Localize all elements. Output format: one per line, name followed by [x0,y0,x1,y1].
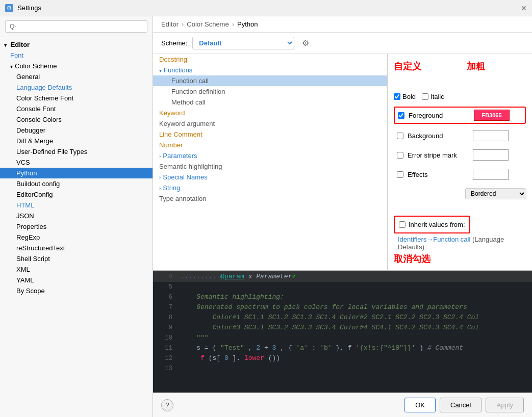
background-row: Background [394,128,526,143]
sidebar-item-console-colors[interactable]: Console Colors [0,114,153,125]
effects-label: Effects [408,171,469,178]
apply-button[interactable]: Apply [486,398,524,412]
scheme-select[interactable]: Default [192,37,294,49]
inherit-label: Inherit values from: [409,221,465,228]
inherit-link[interactable]: Identifiers→Function call [398,236,470,243]
inherit-checkbox[interactable] [399,221,406,228]
effects-dropdown[interactable]: Bordered [465,188,526,199]
annotation-bold-label: 加粗 [467,60,485,72]
effects-type-row: Bordered [394,186,526,201]
sidebar-item-debugger[interactable]: Debugger [0,125,153,136]
sidebar-item-console-font[interactable]: Console Font [0,103,153,114]
chevron-right-icon: › [159,153,161,159]
tree-item-string[interactable]: ›String [153,183,387,193]
close-icon[interactable]: ✕ [521,4,527,12]
sidebar-item-by-scope[interactable]: By Scope [0,285,153,296]
annotation-custom-label: 自定义 [394,60,421,72]
sidebar-item-font[interactable]: Font [0,50,153,61]
bold-label: Bold [402,93,416,100]
tree-item-function-definition[interactable]: Function definition [153,86,387,97]
foreground-swatch[interactable]: FB3065 [474,110,510,121]
help-button[interactable]: ? [161,399,173,411]
ok-button[interactable]: OK [404,398,436,412]
sidebar-item-yaml[interactable]: YAML [0,275,153,285]
scheme-label: Scheme: [161,39,187,47]
foreground-label: Foreground [409,112,470,119]
tree-panel: Docstring ▾Functions Function call Funct… [153,54,388,270]
sidebar-item-editorconfig[interactable]: EditorConfig [0,189,153,200]
breadcrumb-sep2: › [232,20,234,28]
sidebar-item-editor[interactable]: ▾ Editor [0,39,153,50]
italic-label: Italic [430,93,444,100]
effects-checkbox[interactable] [397,171,403,178]
chevron-down-icon: ▾ [10,64,13,69]
background-checkbox[interactable] [397,133,403,139]
right-panel: 加粗 自定义 Bold Italic F [388,54,532,270]
bold-checkbox-label[interactable]: Bold [394,93,416,100]
background-label: Background [408,132,469,140]
preview-line-6: 6 Semantic highlighting: [153,292,532,302]
preview-line-10: 10 """ [153,333,532,343]
scheme-bar: Scheme: Default ⚙ [153,33,532,54]
sidebar-item-json[interactable]: JSON [0,211,153,221]
preview-line-11: 11 s = ( "Test" , 2 + 3 , { 'a' : 'b' },… [153,343,532,353]
search-input[interactable] [5,20,147,33]
breadcrumb-color-scheme: Color Scheme [187,20,229,28]
sidebar-item-vcs[interactable]: VCS [0,157,153,168]
sidebar-item-general[interactable]: General [0,71,153,82]
tree-item-keyword-argument[interactable]: Keyword argument [153,118,387,129]
error-stripe-label: Error stripe mark [408,151,469,159]
background-swatch[interactable] [473,130,509,141]
effects-swatch[interactable] [473,169,509,180]
style-options-row: Bold Italic [394,81,526,100]
sidebar-item-color-scheme[interactable]: ▾Color Scheme [0,61,153,71]
sidebar-item-buildout[interactable]: Buildout config [0,178,153,189]
sidebar-item-restructured[interactable]: reStructuredText [0,243,153,253]
chevron-down-icon: ▾ [4,42,7,48]
tree-item-function-call[interactable]: Function call [153,75,387,86]
sidebar-item-python[interactable]: Python [0,168,153,178]
sidebar-item-xml[interactable]: XML [0,264,153,275]
bottom-bar: ? OK Cancel Apply [153,393,532,417]
error-stripe-swatch[interactable] [473,149,509,161]
tree-item-semantic[interactable]: Semantic highlighting [153,161,387,172]
preview-line-7: 7 Generated spectrum to pick colors for … [153,302,532,312]
cancel-button[interactable]: Cancel [440,398,482,412]
sidebar-item-properties[interactable]: Properties [0,221,153,232]
tree-item-parameters[interactable]: ›Parameters [153,150,387,161]
italic-checkbox[interactable] [422,93,428,100]
tree-item-keyword[interactable]: Keyword [153,108,387,118]
bold-checkbox[interactable] [394,93,400,100]
sidebar-item-regexp[interactable]: RegExp [0,232,153,243]
preview-line-13: 13 [153,363,532,374]
chevron-right-icon: › [159,186,161,191]
breadcrumb-editor: Editor [161,20,179,28]
breadcrumb-current: Python [237,20,258,28]
italic-checkbox-label[interactable]: Italic [422,93,444,100]
sidebar: ▾ Editor Font ▾Color Scheme General Lang… [0,16,153,417]
tree-item-special-names[interactable]: ›Special Names [153,172,387,183]
preview-line-8: 8 Color#1 SC1.1 SC1.2 SC1.3 SC1.4 Color#… [153,312,532,323]
preview-line-5: 5 [153,282,532,292]
tree-item-line-comment[interactable]: Line Comment [153,129,387,140]
sidebar-item-html[interactable]: HTML [0,200,153,211]
foreground-checkbox[interactable] [398,112,404,119]
tree-item-functions[interactable]: ▾Functions [153,65,387,75]
error-stripe-checkbox[interactable] [397,152,403,159]
tree-item-number[interactable]: Number [153,140,387,150]
preview-area: 4 ......... @param x Parameter ✓ 5 6 Sem… [153,270,532,393]
tree-item-docstring[interactable]: Docstring [153,54,387,65]
content-area: Editor › Color Scheme › Python Scheme: D… [153,16,532,417]
tree-item-type-annotation[interactable]: Type annotation [153,193,387,204]
sidebar-item-shell-script[interactable]: Shell Script [0,253,153,264]
foreground-row: Foreground FB3065 [394,107,526,124]
sidebar-item-diff-merge[interactable]: Diff & Merge [0,136,153,146]
tree-item-method-call[interactable]: Method call [153,97,387,108]
sidebar-item-language-defaults[interactable]: Language Defaults [0,82,153,93]
sidebar-item-user-defined[interactable]: User-Defined File Types [0,146,153,157]
sidebar-item-color-scheme-font[interactable]: Color Scheme Font [0,93,153,103]
gear-button[interactable]: ⚙ [299,37,312,49]
preview-line-4: 4 ......... @param x Parameter ✓ [153,271,532,282]
breadcrumb: Editor › Color Scheme › Python [153,16,532,33]
app-icon: ⚙ [5,4,13,12]
